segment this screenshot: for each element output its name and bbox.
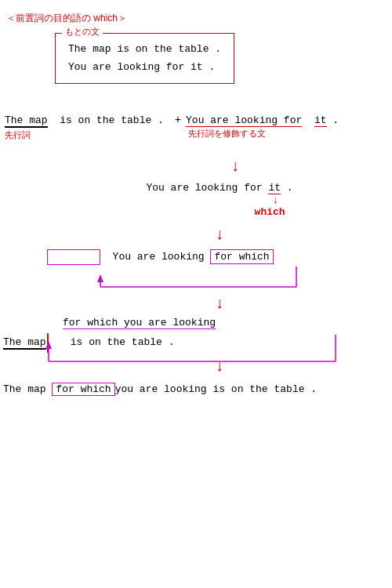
- sentence-2: You are looking for it .: [68, 58, 221, 76]
- sentence-1: The map is on the table .: [68, 40, 221, 58]
- label-shuushoku: 先行詞を修飾する文: [188, 129, 266, 138]
- row1-period: .: [327, 114, 339, 126]
- row1-themap: The map: [5, 114, 48, 128]
- step3-forwhich: for which you are looking: [63, 317, 216, 329]
- original-box-section: もとの文 The map is on the table . You are l…: [0, 33, 392, 84]
- final-rest: you are looking is on the table .: [115, 383, 317, 395]
- empty-slot-box: [47, 249, 100, 265]
- step2-you: You are looking: [100, 251, 210, 263]
- which-label: which: [255, 206, 285, 218]
- row1-youlooking: You are looking for: [186, 114, 302, 127]
- bottom-themap: The map: [3, 336, 46, 350]
- svg-marker-3: [97, 274, 103, 282]
- arrow1: ↓: [230, 158, 240, 176]
- arrow4: ↓: [215, 358, 224, 376]
- final-for-which: for which: [52, 383, 114, 396]
- final-themap: The map: [3, 383, 46, 395]
- step2-for-which: for which: [210, 249, 273, 264]
- row1-is: is on the table .: [48, 114, 170, 126]
- arrow2: ↓: [215, 226, 224, 244]
- step1-it: it: [268, 182, 281, 194]
- step1-you: You are looking for: [146, 182, 268, 194]
- row1-plus: +: [175, 114, 181, 126]
- label-senkouji: 先行詞: [5, 129, 31, 141]
- arrow3: ↓: [215, 295, 224, 313]
- box-label: もとの文: [62, 26, 103, 38]
- step1-period: .: [281, 182, 293, 194]
- magenta-connector-svg: [47, 265, 314, 293]
- bottom-is: is on the table .: [46, 336, 175, 348]
- original-box: もとの文 The map is on the table . You are l…: [55, 33, 234, 84]
- row1-it: [302, 114, 314, 126]
- it-arrow: ↓: [273, 194, 279, 206]
- page-title: ＜前置詞の目的語の which＞: [0, 8, 392, 33]
- red-vertical-line: [47, 333, 49, 353]
- row1-it-underline: it: [314, 114, 327, 127]
